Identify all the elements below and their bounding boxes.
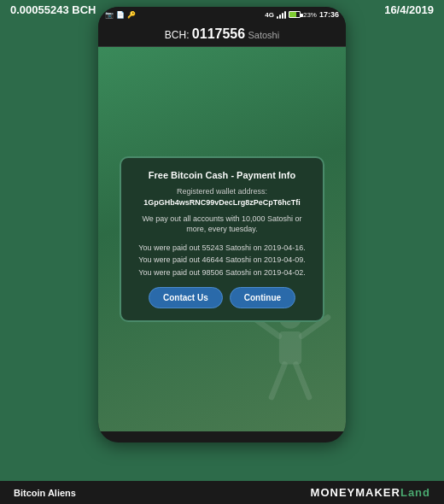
status-bar: 📷 📄 🔑 4G 23% 17:36 [98,7,346,22]
camera-icon: 📷 [105,11,114,19]
payments-list: You were paid out 55243 Satoshi on 2019-… [133,242,311,278]
brand-highlight: Land [400,486,430,499]
bottom-bar: Bitcoin Aliens MONEYMAKERLand [0,481,444,504]
payout-info: We pay out all accounts with 10,000 Sato… [133,214,311,235]
modal-buttons: Contact Us Continue [133,287,311,308]
payment-1: You were paid out 55243 Satoshi on 2019-… [133,242,311,254]
bch-unit: Satoshi [248,30,279,40]
network-label: 4G [265,11,274,19]
phone-content: Free Bitcoin Cash - Payment Info Registe… [98,47,346,431]
file-icon: 📄 [116,11,125,19]
modal-title: Free Bitcoin Cash - Payment Info [133,170,311,180]
payment-3: You were paid out 98506 Satoshi on 2019-… [133,267,311,278]
time-display: 17:36 [319,10,339,19]
phone-frame: 📷 📄 🔑 4G 23% 17:36 BCH: 0117556 Satoshi [98,7,346,442]
signal-icon [277,10,286,19]
wallet-address: 1GpGHb4wsRNC99vDecLrg8zPeCpT6hcTfi [133,198,311,207]
app-name: Bitcoin Aliens [14,488,76,498]
date-display: 16/4/2019 [384,3,434,16]
battery-icon [289,11,301,18]
contact-us-button[interactable]: Contact Us [149,287,223,308]
svg-line-5 [296,365,309,398]
battery-percent: 23% [303,11,317,19]
bch-balance-bar: BCH: 0117556 Satoshi [98,22,346,47]
status-left: 📷 📄 🔑 [105,11,136,19]
payment-info-modal: Free Bitcoin Cash - Payment Info Registe… [120,156,324,322]
payment-2: You were paid out 46644 Satoshi on 2019-… [133,254,311,266]
key-icon: 🔑 [127,11,136,19]
wallet-label: Registered wallet address: [133,187,311,196]
bch-value: 0117556 [192,26,245,41]
status-right: 4G 23% 17:36 [265,10,339,19]
svg-line-4 [272,365,284,398]
svg-rect-1 [279,331,301,365]
balance-display: 0.00055243 BCH [10,3,96,16]
battery-fill [289,12,296,17]
bch-label: BCH: [165,29,190,41]
continue-button[interactable]: Continue [230,287,295,308]
brand-text: MONEYMAKER [311,486,400,499]
brand: MONEYMAKERLand [311,486,430,499]
